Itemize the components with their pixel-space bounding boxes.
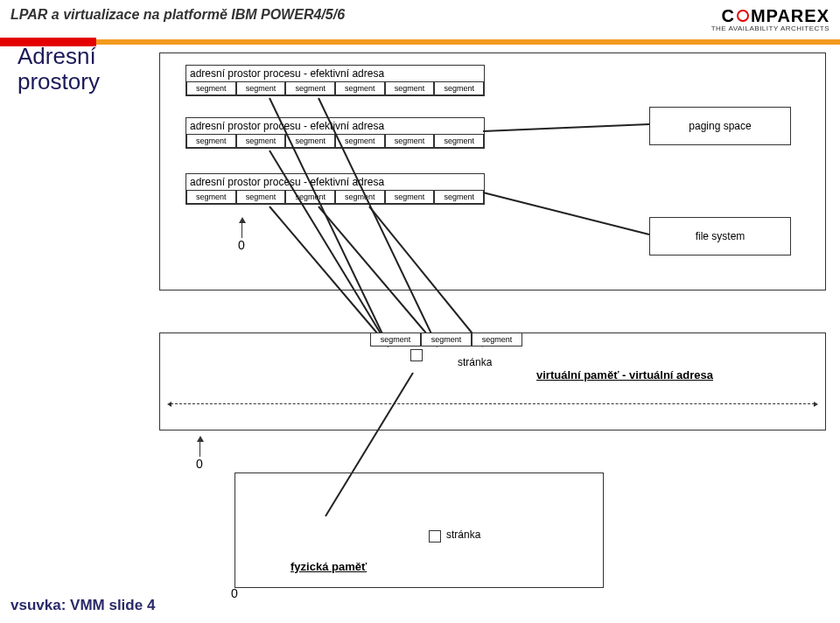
page-label: stránka [458,356,492,368]
process-address-space: adresní prostor procesu - efektivní adre… [186,117,485,149]
segment-cell: segment [285,81,335,95]
page-title: Adresní prostory [18,44,100,94]
virtual-memory-container: segment segment segment stránka virtuáln… [159,332,826,430]
file-system-box: file system [649,217,791,256]
slide-header: LPAR a virtualizace na platformě IBM POW… [0,0,840,32]
page-box [410,349,423,361]
segment-cell: segment [434,134,484,148]
slide-footer-note: vsuvka: VMM slide 4 [10,597,155,614]
virtual-range-arrow [171,403,815,404]
segment-cell: segment [236,134,286,148]
segment-cell: segment [335,81,385,95]
segment-cell: segment [335,190,385,204]
logo-wordmark: C MPAREX [711,7,830,24]
segment-cell: segment [370,333,421,346]
process-address-space: adresní prostor procesu - efektivní adre… [186,65,485,96]
segment-row: segment segment segment segment segment … [186,134,484,148]
segment-cell: segment [421,333,472,346]
segment-cell: segment [434,190,484,204]
segment-cell: segment [186,190,236,204]
segment-cell: segment [385,81,435,95]
origin-zero: 0 [196,457,203,471]
segment-cell: segment [236,190,286,204]
logo-text: MPAREX [751,7,830,24]
segment-row: segment segment segment segment segment … [186,190,484,204]
segment-cell: segment [335,134,385,148]
segment-cell: segment [186,81,236,95]
logo-text: C [721,7,734,24]
process-address-space: adresní prostor procesu - efektivní adre… [186,173,485,205]
segment-cell: segment [385,134,435,148]
segment-row: segment segment segment segment segment … [186,81,484,95]
slide-body: Adresní prostory adresní prostor procesu… [10,44,830,612]
logo-o-icon [737,10,749,22]
paging-space-label: paging space [689,120,751,132]
segment-cell: segment [236,81,286,95]
address-space-title: adresní prostor procesu - efektivní adre… [186,66,484,81]
segment-cell: segment [434,81,484,95]
page-label: stránka [446,528,480,541]
virtual-memory-label: virtuální paměť - virtuální adresa [536,368,713,382]
segment-cell: segment [472,333,522,346]
address-space-title: adresní prostor procesu - efektivní adre… [186,118,484,134]
virtual-segment-row: segment segment segment [370,333,522,346]
paging-space-box: paging space [649,107,791,145]
logo: C MPAREX THE AVAILABILITY ARCHITECTS [711,7,830,32]
origin-zero: 0 [238,238,245,252]
address-space-title: adresní prostor procesu - efektivní adre… [186,174,484,190]
segment-cell: segment [285,190,335,204]
slide-header-title: LPAR a virtualizace na platformě IBM POW… [10,7,711,23]
file-system-label: file system [696,230,746,242]
segment-cell: segment [385,190,435,204]
origin-zero: 0 [231,586,238,600]
segment-cell: segment [285,134,335,148]
physical-memory-label: fyzická paměť [290,560,367,573]
page-box [429,530,441,542]
logo-tagline: THE AVAILABILITY ARCHITECTS [711,25,830,32]
segment-cell: segment [186,134,236,148]
